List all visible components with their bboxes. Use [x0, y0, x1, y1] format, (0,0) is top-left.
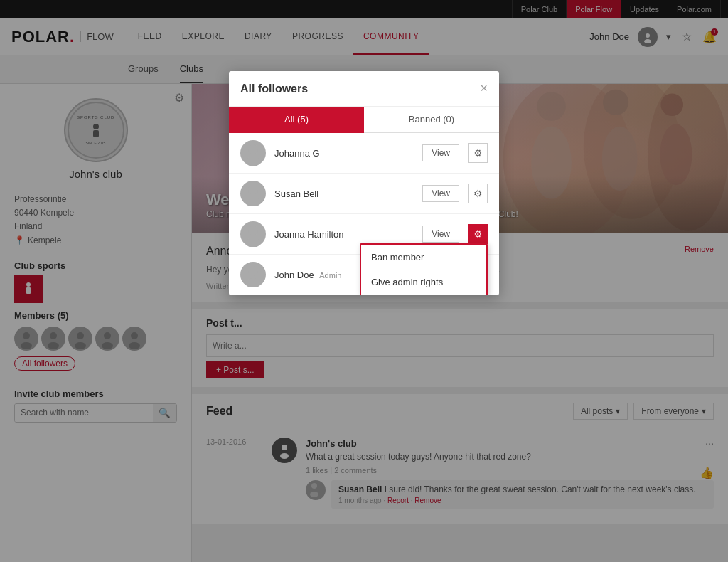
modal-body: Johanna G View ⚙ Susan Bell View ⚙ Joann… [229, 133, 499, 295]
svg-point-37 [248, 266, 258, 276]
all-followers-modal: All followers × All (5) Banned (0) Johan… [229, 71, 499, 295]
member-avatar-johanna [240, 140, 266, 166]
tab-all[interactable]: All (5) [229, 107, 364, 133]
member-name-johanna: Johanna G [274, 148, 414, 159]
admin-tag: Admin [319, 271, 341, 280]
svg-point-31 [248, 144, 258, 154]
context-menu: Ban member Give admin rights [360, 243, 488, 295]
context-give-admin[interactable]: Give admin rights [361, 270, 486, 295]
view-button-joanna[interactable]: View [422, 226, 459, 243]
member-name-joanna: Joanna Hamilton [274, 229, 414, 240]
modal-overlay[interactable]: All followers × All (5) Banned (0) Johan… [0, 0, 728, 562]
modal-tabs: All (5) Banned (0) [229, 107, 499, 133]
member-avatar-john [240, 262, 266, 287]
tab-banned[interactable]: Banned (0) [364, 107, 499, 133]
modal-header: All followers × [229, 71, 499, 107]
member-avatar-joanna [240, 221, 266, 247]
svg-point-36 [246, 238, 260, 247]
modal-title: All followers [240, 83, 308, 95]
view-button-susan[interactable]: View [422, 185, 459, 202]
svg-point-34 [246, 197, 260, 206]
member-row-1: Johanna G View ⚙ [229, 133, 499, 174]
context-ban-member[interactable]: Ban member [361, 245, 486, 270]
member-avatar-susan [240, 181, 266, 206]
svg-point-35 [248, 226, 258, 235]
svg-point-32 [246, 157, 260, 166]
svg-point-33 [248, 185, 258, 195]
modal-close-button[interactable]: × [480, 81, 488, 96]
svg-point-38 [246, 278, 260, 287]
view-button-johanna[interactable]: View [422, 144, 459, 161]
gear-button-johanna[interactable]: ⚙ [468, 143, 488, 163]
member-name-susan: Susan Bell [274, 189, 414, 199]
gear-button-susan[interactable]: ⚙ [468, 184, 488, 203]
gear-button-joanna[interactable]: ⚙ [468, 224, 488, 244]
member-row-2: Susan Bell View ⚙ [229, 174, 499, 214]
